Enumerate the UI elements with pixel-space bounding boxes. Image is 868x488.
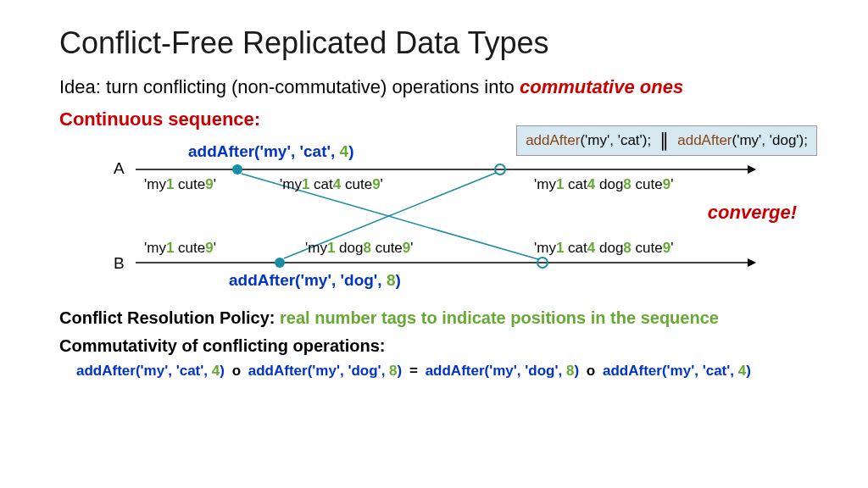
op-b-args: 'my', 'dog', xyxy=(300,271,386,289)
op-b-label: addAfter('my', 'dog', 8) xyxy=(229,271,401,290)
idea-em: commutative ones xyxy=(520,76,683,97)
state-a2: 'my1 cat4 dog8 cute9' xyxy=(534,176,673,193)
idea-prefix: Idea: turn conflicting (non-commutative)… xyxy=(59,76,520,97)
op-a-args: 'my', 'cat', xyxy=(259,142,339,160)
state-b1: 'my1 dog8 cute9' xyxy=(305,240,414,257)
state-a0: 'my1 cute9' xyxy=(144,176,216,193)
state-b2: 'my1 cat4 dog8 cute9' xyxy=(534,240,673,257)
timeline-a-label: A xyxy=(114,159,125,178)
op-a-fn: addAfter( xyxy=(188,142,259,160)
op-a-label: addAfter('my', 'cat', 4) xyxy=(188,142,353,161)
timeline-b-label: B xyxy=(114,254,125,273)
idea-line: Idea: turn conflicting (non-commutative)… xyxy=(59,76,809,98)
op-a-close: ) xyxy=(348,142,353,160)
state-b0: 'my1 cute9' xyxy=(144,240,216,257)
state-a1: 'my1 cat4 cute9' xyxy=(280,176,383,193)
policy-line: Conflict Resolution Policy: real number … xyxy=(59,308,809,328)
commutativity-equation: addAfter('my', 'cat', 4) o addAfter('my'… xyxy=(76,363,809,380)
commutativity-heading: Commutativity of conflicting operations: xyxy=(59,336,809,356)
svg-point-2 xyxy=(232,164,242,175)
page-title: Conflict-Free Replicated Data Types xyxy=(59,25,809,61)
policy-label: Conflict Resolution Policy: xyxy=(59,308,280,327)
op-b-tag: 8 xyxy=(387,271,396,289)
op-a-tag: 4 xyxy=(340,142,349,160)
svg-point-4 xyxy=(275,258,285,268)
op-b-fn: addAfter( xyxy=(229,271,300,289)
op-b-close: ) xyxy=(396,271,401,289)
sequence-diagram: A B addAfter('my', 'cat', 4) addAfter('m… xyxy=(110,136,771,297)
policy-text: real number tags to indicate positions i… xyxy=(280,308,719,327)
converge-label: converge! xyxy=(708,202,797,224)
